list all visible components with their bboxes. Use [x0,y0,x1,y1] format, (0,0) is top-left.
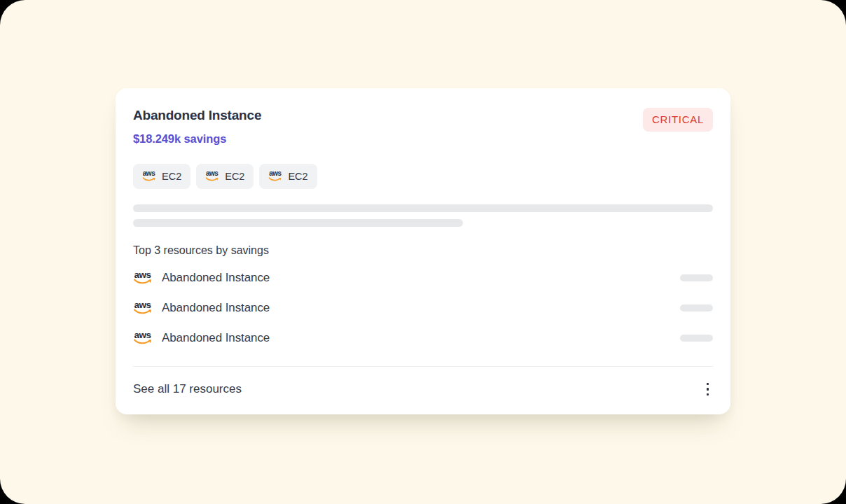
severity-badge: CRITICAL [643,108,713,132]
description-skeleton [133,204,713,227]
resource-value-skeleton [680,304,713,312]
see-all-resources-link[interactable]: See all 17 resources [133,382,242,396]
resource-row[interactable]: aws Abandoned Instance [133,329,713,347]
service-chip-ec2[interactable]: aws EC2 [259,164,317,189]
service-chip-ec2[interactable]: aws EC2 [196,164,254,189]
skeleton-line [133,219,463,227]
resource-name: Abandoned Instance [162,301,270,315]
aws-logo-icon: aws [133,331,152,345]
card-header-left: Abandoned Instance $18.249k savings [133,108,261,146]
skeleton-line [133,204,713,212]
service-chip-label: EC2 [162,171,181,182]
resource-value-skeleton [680,274,713,281]
app-background: Abandoned Instance $18.249k savings CRIT… [0,0,846,504]
aws-logo-icon: aws [268,171,282,182]
resource-name: Abandoned Instance [162,271,270,285]
savings-amount: $18.249k savings [133,132,261,146]
kebab-menu-icon[interactable] [702,380,714,399]
card-header: Abandoned Instance $18.249k savings CRIT… [133,108,713,146]
card-footer: See all 17 resources [133,367,713,414]
resource-name: Abandoned Instance [162,331,270,345]
aws-logo-icon: aws [133,301,152,315]
resource-value-skeleton [680,335,713,342]
aws-logo-icon: aws [142,171,155,182]
recommendation-card: Abandoned Instance $18.249k savings CRIT… [116,88,730,414]
service-chip-label: EC2 [225,171,244,182]
page-title: Abandoned Instance [133,108,261,124]
resource-row[interactable]: aws Abandoned Instance [133,299,713,317]
service-chip-ec2[interactable]: aws EC2 [133,164,190,189]
service-chip-label: EC2 [288,171,307,182]
aws-logo-icon: aws [205,171,219,182]
resources-heading: Top 3 resources by savings [133,244,713,257]
resource-row[interactable]: aws Abandoned Instance [133,269,713,287]
service-chips-row: aws EC2 aws EC2 [133,164,713,189]
aws-logo-icon: aws [133,271,152,285]
